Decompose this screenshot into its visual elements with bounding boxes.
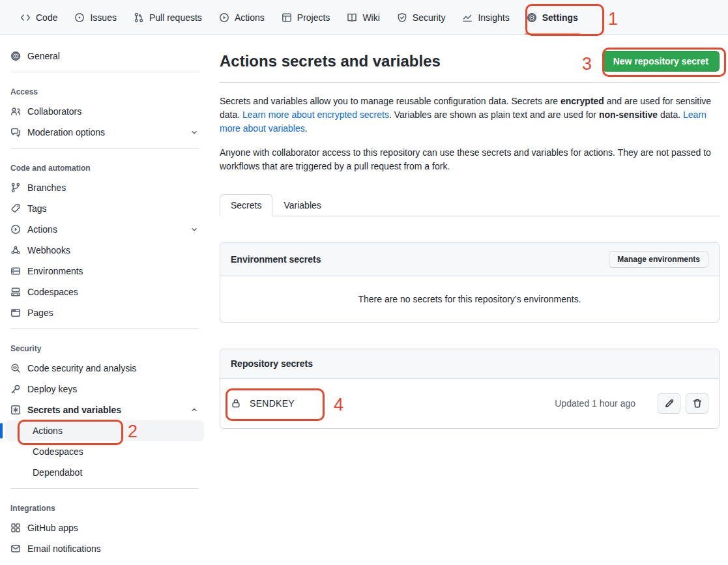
sidebar-item-code-security[interactable]: Code security and analysis [5,358,204,379]
codespaces-icon [10,287,21,297]
gear-icon [10,51,21,61]
sidebar-label: Environments [27,265,199,278]
tab-code[interactable]: Code [12,0,66,35]
sidebar-item-tags[interactable]: Tags [5,198,204,219]
trash-icon [692,398,703,409]
sidebar-item-email-notifications[interactable]: Email notifications [5,538,204,559]
play-icon [219,12,229,23]
sidebar-label: Moderation options [27,126,183,139]
sidebar-item-branches[interactable]: Branches [5,177,204,198]
settings-sidebar: General Access Collaborators Moderation … [0,35,209,559]
pencil-icon [664,398,675,409]
section-header-security: Security [5,334,204,358]
text: . [305,123,308,134]
text: . Variables are shown as plain text and … [389,109,599,120]
sidebar-item-pages[interactable]: Pages [5,302,204,323]
chevron-up-icon [190,405,199,414]
manage-environments-button[interactable]: Manage environments [609,251,708,268]
divider [10,328,199,329]
code-icon [20,12,31,23]
active-item-marker [0,423,3,439]
tab-wiki[interactable]: Wiki [338,0,388,35]
sidebar-item-secrets-and-variables[interactable]: Secrets and variables [5,399,204,420]
tab-projects[interactable]: Projects [273,0,339,35]
sidebar-label: Actions [27,223,183,236]
sidebar-item-moderation-options[interactable]: Moderation options [5,122,204,143]
repository-secrets-box: Repository secrets SENDKEY Updated 1 hou… [220,349,720,429]
bold-encrypted: encrypted [561,96,604,106]
sidebar-label: Pages [27,306,199,319]
apps-grid-icon [10,523,21,533]
sidebar-item-actions[interactable]: Actions [5,219,204,240]
code-scan-icon [10,363,21,373]
webhook-icon [10,245,21,255]
tab-label: Insights [478,12,509,23]
secret-name: SENDKEY [250,398,295,409]
sidebar-label: Webhooks [27,244,199,257]
sidebar-label: Dependabot [33,467,82,478]
git-pull-request-icon [134,12,144,23]
book-icon [347,12,357,23]
comment-discussion-icon [10,127,21,138]
new-repository-secret-button[interactable]: New repository secret [602,51,720,72]
shield-icon [397,12,407,23]
tab-issues[interactable]: Issues [66,0,124,35]
tab-pull-requests[interactable]: Pull requests [125,0,211,35]
intro-text: Secrets and variables allow you to manag… [220,94,720,173]
edit-secret-button[interactable] [658,393,680,414]
tab-label: Settings [542,12,578,23]
sidebar-label: Codespaces [33,446,83,457]
sidebar-label: GitHub apps [27,521,199,534]
sidebar-label: Code security and analysis [27,362,199,375]
section-header-integrations: Integrations [5,494,204,517]
sidebar-item-codespaces[interactable]: Codespaces [5,282,204,302]
sidebar-label: Tags [27,202,199,215]
sidebar-item-general[interactable]: General [5,46,204,66]
sidebar-label: Email notifications [27,542,199,555]
sidebar-subitem-actions[interactable]: Actions [5,420,204,441]
sidebar-label: Branches [27,181,199,194]
sidebar-label: Codespaces [27,285,199,298]
tab-label: Issues [90,12,116,23]
sidebar-label: General [27,50,199,63]
gear-icon [527,12,537,23]
secrets-variables-tabnav: Secrets Variables [220,194,720,216]
tab-label: Actions [235,12,265,23]
git-branch-icon [10,182,21,193]
bold-non-sensitive: non-sensitive [599,109,658,120]
key-icon [10,384,21,394]
tab-actions[interactable]: Actions [211,0,273,35]
sidebar-item-webhooks[interactable]: Webhooks [5,240,204,261]
chevron-down-icon [190,128,199,137]
divider [10,488,199,489]
tab-security[interactable]: Security [388,0,454,35]
tab-variables[interactable]: Variables [272,194,332,216]
text: data. [658,109,683,120]
chevron-down-icon [190,225,199,234]
delete-secret-button[interactable] [686,393,708,414]
tab-secrets[interactable]: Secrets [220,194,272,216]
server-icon [10,266,21,276]
sidebar-label: Deploy keys [27,383,199,396]
browser-icon [10,308,21,318]
sidebar-subitem-codespaces[interactable]: Codespaces [5,441,204,462]
sidebar-subitem-dependabot[interactable]: Dependabot [5,462,204,483]
people-icon [10,106,21,117]
sidebar-item-environments[interactable]: Environments [5,261,204,282]
table-icon [282,12,292,23]
sidebar-item-collaborators[interactable]: Collaborators [5,101,204,122]
tab-settings[interactable]: Settings [518,0,587,35]
sidebar-item-github-apps[interactable]: GitHub apps [5,517,204,538]
encrypted-secrets-link[interactable]: Learn more about encrypted secrets [242,109,389,120]
tab-label: Pull requests [149,12,202,23]
mail-icon [10,543,21,554]
divider [10,72,199,72]
issue-opened-icon [74,12,85,23]
sidebar-item-deploy-keys[interactable]: Deploy keys [5,379,204,399]
tab-insights[interactable]: Insights [454,0,517,35]
tab-label: Wiki [362,12,379,23]
repo-tab-nav: Code Issues Pull requests Actions Projec… [0,0,728,35]
sidebar-label: Secrets and variables [27,403,183,416]
section-header-code-automation: Code and automation [5,154,204,177]
environment-secrets-title: Environment secrets [231,254,321,265]
